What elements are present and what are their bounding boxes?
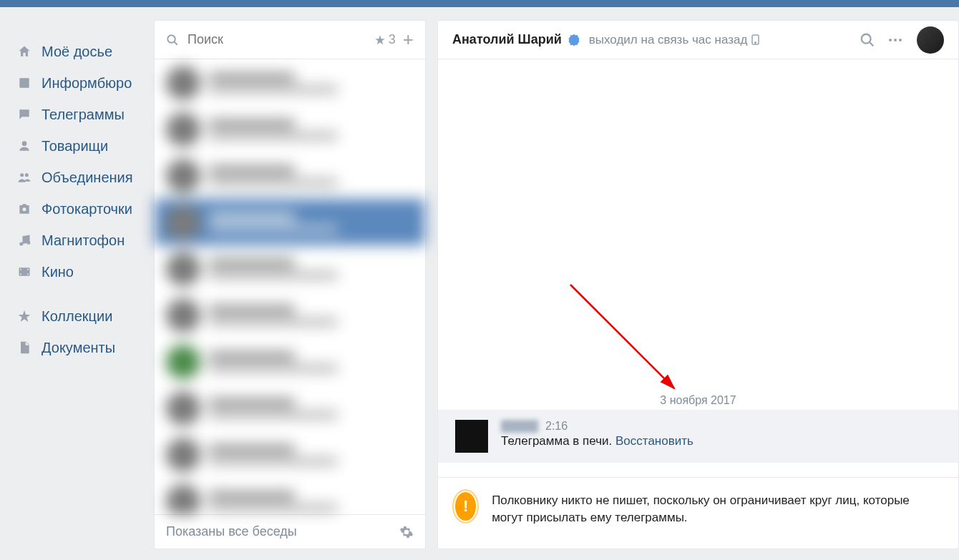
warning-icon: ! [455,492,476,521]
restore-link[interactable]: Восстановить [615,434,693,448]
message-content: 2:16 Телеграмма в печи. Восстановить [501,420,941,448]
contact-name[interactable]: Анатолий Шарий [452,32,562,47]
svg-point-17 [899,39,902,41]
chat-search-icon[interactable] [860,32,875,48]
nav-label: Документы [42,340,115,356]
groups-icon [16,169,33,186]
dialog-row-selected[interactable] [155,199,425,245]
starred-count: 3 [389,32,396,47]
nav-item-groups[interactable]: Объединения [7,162,154,193]
privacy-notice: ! Полковнику никто не пишет, поскольку о… [438,477,958,541]
news-icon [16,74,33,92]
svg-point-16 [894,39,897,41]
sidebar-nav: Моё досье Информбюро Телеграммы Товарищи… [0,7,154,560]
dialog-row[interactable] [155,478,425,514]
nav-item-music[interactable]: Магнитофон [7,225,154,256]
nav-label: Моё досье [42,44,112,60]
message-text: Телеграмма в печи. Восстановить [501,434,941,448]
more-icon[interactable] [887,31,904,49]
nav-item-bookmarks[interactable]: Коллекции [7,300,154,332]
search-icon [166,34,179,46]
dialogs-column: 3 + Показаны все беседы [154,20,426,549]
svg-point-13 [755,42,756,44]
notice-text: Полковнику никто не пишет, поскольку он … [492,492,941,527]
contact-avatar[interactable] [917,26,944,54]
message-avatar[interactable] [455,420,488,453]
svg-point-2 [25,173,29,177]
nav-item-messages[interactable]: Телеграммы [7,99,154,130]
dialogs-footer-text: Показаны все беседы [166,524,297,539]
starred-filter[interactable]: 3 [374,32,396,47]
dialogs-list[interactable] [155,59,425,514]
chat-header: Анатолий Шарий выходил на связь час наза… [438,21,958,59]
svg-point-4 [19,242,23,246]
music-icon [16,232,33,249]
svg-point-5 [26,241,30,245]
dialog-row[interactable] [155,292,425,338]
svg-rect-10 [27,274,29,275]
nav-item-video[interactable]: Кино [7,256,154,288]
messages-icon [16,106,33,123]
mobile-icon [751,34,759,45]
svg-rect-9 [27,269,29,270]
svg-point-1 [20,173,24,177]
nav-label: Магнитофон [42,232,125,249]
home-icon [16,43,33,60]
friends-icon [16,137,33,154]
dialogs-search-bar: 3 + [155,21,425,59]
nav-item-news[interactable]: Информбюро [7,67,154,99]
message-author-blurred [501,420,538,433]
dialog-row[interactable] [155,431,425,478]
photos-icon [16,200,33,217]
svg-point-0 [22,141,27,146]
nav-label: Информбюро [42,75,132,92]
dialog-row[interactable] [155,152,425,199]
nav-label: Телеграммы [42,107,125,123]
search-input[interactable] [188,32,374,47]
nav-label: Фотокарточки [42,201,132,217]
svg-line-18 [570,285,674,388]
nav-divider [7,288,154,300]
nav-label: Товарищи [42,138,108,154]
bookmarks-icon [16,308,33,325]
annotation-arrow [567,281,696,403]
date-separator: 3 ноября 2017 [438,388,958,413]
nav-label: Объединения [42,170,133,186]
nav-item-docs[interactable]: Документы [7,332,154,363]
chat-body: 3 ноября 2017 2:16 Телеграмма в печи. Во… [438,59,958,549]
dialog-row[interactable] [155,338,425,385]
dialog-row[interactable] [155,59,425,106]
svg-rect-8 [20,274,21,275]
nav-item-photos[interactable]: Фотокарточки [7,193,154,225]
new-dialog-button[interactable]: + [403,29,414,51]
docs-icon [16,339,33,356]
nav-label: Кино [42,264,74,280]
dialogs-footer: Показаны все беседы [155,514,425,549]
message-time: 2:16 [545,420,568,433]
svg-point-15 [889,39,892,41]
main-layout: Моё досье Информбюро Телеграммы Товарищи… [0,7,959,560]
dialog-row[interactable] [155,385,425,431]
nav-item-friends[interactable]: Товарищи [7,130,154,162]
chat-column: Анатолий Шарий выходил на связь час наза… [437,20,959,549]
video-icon [16,263,33,280]
svg-point-14 [862,34,871,43]
svg-point-11 [167,35,175,43]
verified-icon [568,34,580,46]
message-row: 2:16 Телеграмма в печи. Восстановить [438,410,958,463]
dialog-row[interactable] [155,245,425,292]
gear-icon[interactable] [399,525,414,539]
contact-status: выходил на связь час назад [589,33,760,47]
svg-rect-7 [20,269,21,270]
nav-label: Коллекции [42,308,112,325]
svg-point-3 [23,207,26,211]
nav-item-profile[interactable]: Моё досье [7,36,154,67]
dialog-row[interactable] [155,106,425,152]
top-bar [0,0,959,7]
